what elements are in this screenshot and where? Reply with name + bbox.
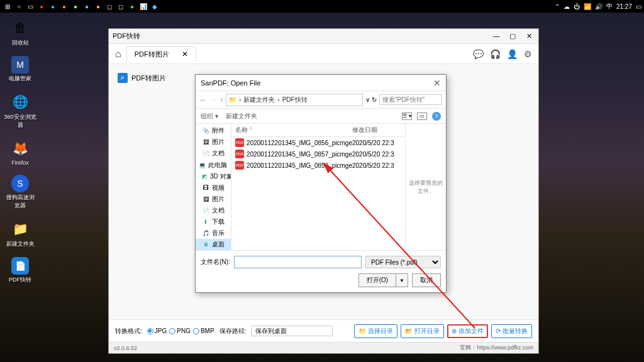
open-dropdown-icon[interactable]: ▼ bbox=[396, 273, 408, 287]
preview-pane-icon[interactable]: ▭ bbox=[417, 112, 427, 120]
col-date[interactable]: 修改日期 bbox=[352, 126, 401, 134]
app-icon-1[interactable]: ● bbox=[36, 1, 47, 11]
app-icon-5[interactable]: ● bbox=[82, 1, 92, 11]
select-dir-button[interactable]: 📁选择目录 bbox=[354, 324, 397, 338]
app-icon-11[interactable]: ◆ bbox=[150, 1, 160, 11]
dialog-toolbar: 组织 ▾ 新建文件夹 ☰ ▾ ▭ ? bbox=[196, 109, 446, 124]
col-name[interactable]: 名称 ^ bbox=[235, 126, 352, 134]
format-label: 转换格式: bbox=[115, 327, 142, 336]
chat-icon[interactable]: 💬 bbox=[473, 49, 484, 59]
nav-documents2[interactable]: 📄文档 bbox=[196, 205, 231, 216]
open-button[interactable]: 打开(O) bbox=[358, 273, 396, 287]
file-pane: 名称 ^ 修改日期 PDF20200112201345_IMG_0856_pic… bbox=[231, 124, 446, 250]
app-icon-6[interactable]: ● bbox=[93, 1, 103, 11]
nav-3dobjects[interactable]: ◩3D 对象 bbox=[196, 171, 231, 182]
site-label: 官网：https://www.pdfkz.com bbox=[460, 344, 533, 352]
desktop-icon-360[interactable]: 🌐360安全浏览器 bbox=[4, 92, 36, 129]
nav-desktop[interactable]: 🖥桌面 bbox=[196, 239, 231, 250]
nav-forward-icon[interactable]: → bbox=[209, 96, 217, 104]
batch-convert-button[interactable]: ⟳批量转换 bbox=[491, 324, 532, 338]
cortana-icon[interactable]: ○ bbox=[14, 1, 24, 11]
tab-close-icon[interactable]: ✕ bbox=[182, 50, 188, 58]
filetype-select[interactable]: PDF Files (*.pdf) bbox=[365, 256, 441, 268]
tray-cloud-icon[interactable]: ☁ bbox=[564, 3, 570, 10]
desktop-icon-pdfkz[interactable]: 📄PDF快转 bbox=[4, 257, 36, 284]
dialog-titlebar[interactable]: SanPDF: Open File ✕ bbox=[196, 75, 446, 91]
desktop-icon-newfolder[interactable]: 📁新建文件夹 bbox=[4, 219, 36, 248]
file-row[interactable]: PDF20200112201345_IMG_0856_picmge2020/5/… bbox=[231, 137, 405, 148]
home-icon[interactable]: ⌂ bbox=[115, 48, 121, 60]
tray-notif-icon[interactable]: ▭ bbox=[636, 3, 641, 10]
nav-pictures2[interactable]: 🖼图片 bbox=[196, 194, 231, 205]
nav-up-icon[interactable]: ↑ bbox=[219, 96, 223, 104]
nav-music[interactable]: 🎵音乐 bbox=[196, 228, 231, 239]
pdf-file-icon: PDF bbox=[235, 138, 244, 147]
radio-bmp[interactable]: BMP bbox=[193, 327, 214, 334]
start-icon[interactable]: ⊞ bbox=[3, 1, 13, 11]
filename-label: 文件名(N): bbox=[201, 258, 230, 266]
app-icon-3[interactable]: ● bbox=[59, 1, 69, 11]
folder-icon: 📁 bbox=[358, 327, 366, 334]
close-button[interactable]: ✕ bbox=[523, 32, 535, 40]
file-row[interactable]: PDF20200112201345_IMG_0858_picmge2020/5/… bbox=[231, 160, 405, 171]
tray-power-icon[interactable]: ⏻ bbox=[574, 3, 580, 10]
file-header[interactable]: 名称 ^ 修改日期 bbox=[231, 124, 405, 137]
settings-icon[interactable]: ⚙ bbox=[524, 49, 532, 59]
dialog-body: 📎附件 🖼图片 📄文档 💻此电脑 ◩3D 对象 🎞视频 🖼图片 📄文档 ⬇下载 … bbox=[196, 124, 446, 250]
app-icon-7[interactable]: ◻ bbox=[104, 1, 114, 11]
app-icon-4[interactable]: ● bbox=[70, 1, 80, 11]
new-folder-button[interactable]: 新建文件夹 bbox=[226, 112, 257, 121]
nav-pane: 📎附件 🖼图片 📄文档 💻此电脑 ◩3D 对象 🎞视频 🖼图片 📄文档 ⬇下载 … bbox=[196, 124, 231, 250]
save-path-label: 保存路径: bbox=[219, 327, 247, 336]
view-mode-icon[interactable]: ☰ ▾ bbox=[402, 112, 412, 120]
add-file-button[interactable]: ⊕添加文件 bbox=[447, 324, 488, 338]
nav-pictures[interactable]: 🖼图片 bbox=[196, 136, 231, 148]
tray-time: 21:27 bbox=[616, 3, 632, 10]
app-icon-10[interactable]: 📊 bbox=[138, 1, 148, 11]
desktop-icon-firefox[interactable]: 🦊Firefox bbox=[4, 138, 36, 166]
tray-caret-icon[interactable]: ⌃ bbox=[555, 3, 560, 10]
folder-open-icon: 📂 bbox=[405, 327, 413, 334]
dialog-close-icon[interactable]: ✕ bbox=[433, 78, 441, 88]
organize-menu[interactable]: 组织 ▾ bbox=[201, 112, 218, 121]
taskview-icon[interactable]: ▭ bbox=[25, 1, 35, 11]
app-icon-8[interactable]: ◻ bbox=[116, 1, 126, 11]
desktop-icon-pcmgr[interactable]: M电脑管家 bbox=[4, 56, 36, 83]
app-icon-2[interactable]: ● bbox=[48, 1, 58, 11]
taskbar: ⊞ ○ ▭ ● ● ● ● ● ● ◻ ◻ ● 📊 ◆ ⌃ ☁ ⏻ 📶 🔊 中 … bbox=[0, 0, 644, 13]
user-icon[interactable]: 👤 bbox=[507, 49, 518, 59]
filename-input[interactable] bbox=[234, 256, 362, 268]
breadcrumb[interactable]: 📁 › 新建文件夹 › PDF快转 bbox=[226, 94, 363, 106]
minimize-button[interactable]: — bbox=[491, 32, 502, 40]
desktop-icon-sogou[interactable]: S搜狗高速浏览器 bbox=[4, 175, 36, 210]
cancel-button[interactable]: 取消 bbox=[412, 273, 441, 287]
tray-ime[interactable]: 中 bbox=[606, 2, 613, 11]
tray-sound-icon[interactable]: 🔊 bbox=[595, 3, 602, 10]
nav-documents[interactable]: 📄文档 bbox=[196, 148, 231, 159]
tray-wifi-icon[interactable]: 📶 bbox=[584, 3, 591, 10]
nav-downloads[interactable]: ⬇下载 bbox=[196, 216, 231, 228]
save-path-input[interactable] bbox=[251, 326, 333, 336]
nav-attachments[interactable]: 📎附件 bbox=[196, 125, 231, 136]
tab-pdf-to-image[interactable]: PDF转图片 ✕ bbox=[126, 47, 196, 62]
nav-thispc[interactable]: 💻此电脑 bbox=[196, 159, 231, 171]
app-title: PDF快转 bbox=[113, 31, 140, 41]
search-input[interactable] bbox=[379, 94, 442, 105]
pdf-icon: P bbox=[118, 73, 128, 83]
app-titlebar[interactable]: PDF快转 — ▢ ✕ bbox=[109, 29, 538, 44]
maximize-button[interactable]: ▢ bbox=[507, 32, 518, 40]
open-dir-button[interactable]: 📂打开目录 bbox=[401, 324, 444, 338]
dialog-footer: 文件名(N): PDF Files (*.pdf) 打开(O) ▼ 取消 bbox=[196, 250, 446, 292]
headphones-icon[interactable]: 🎧 bbox=[490, 49, 501, 59]
help-icon[interactable]: ? bbox=[432, 112, 441, 121]
radio-jpg[interactable]: JPG bbox=[147, 327, 167, 334]
nav-videos[interactable]: 🎞视频 bbox=[196, 182, 231, 194]
desktop-icons: 🗑回收站 M电脑管家 🌐360安全浏览器 🦊Firefox S搜狗高速浏览器 📁… bbox=[4, 18, 36, 284]
refresh-icon[interactable]: ∨ ↻ bbox=[365, 96, 377, 103]
app-icon-9[interactable]: ● bbox=[127, 1, 137, 11]
radio-png[interactable]: PNG bbox=[169, 327, 191, 334]
nav-back-icon[interactable]: ← bbox=[199, 96, 207, 104]
desktop-icon-recycle[interactable]: 🗑回收站 bbox=[4, 18, 36, 47]
file-row[interactable]: PDF20200112201345_IMG_0857_picmge2020/5/… bbox=[231, 148, 405, 160]
tab-label: PDF转图片 bbox=[135, 50, 169, 59]
